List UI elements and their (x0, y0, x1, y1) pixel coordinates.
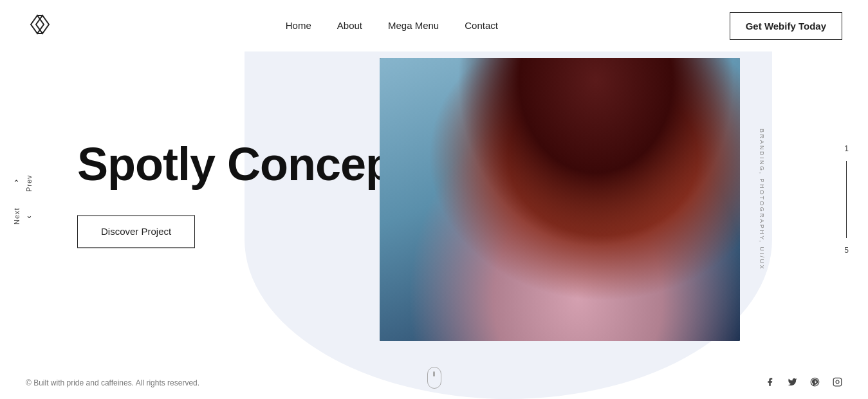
svg-marker-0 (31, 15, 44, 33)
current-slide-number: 1 (844, 144, 849, 153)
prev-label: Prev (25, 174, 33, 192)
prev-button[interactable]: ⌃ Prev (13, 167, 33, 200)
nav-item-mega-menu[interactable]: Mega Menu (388, 20, 439, 32)
nav-item-contact[interactable]: Contact (465, 20, 498, 32)
nav-cta-button[interactable]: Get Webify Today (730, 12, 842, 40)
project-categories-vertical: BRANDING, PHOTOGRAPHY, UI/UX (759, 129, 765, 270)
slide-indicators: 1 5 (844, 144, 849, 255)
svg-rect-4 (833, 378, 842, 386)
footer: © Built with pride and caffeines. All ri… (0, 367, 868, 399)
chevron-up-icon: ⌃ (13, 178, 20, 188)
project-image (380, 58, 740, 341)
nav-item-home[interactable]: Home (286, 20, 311, 32)
facebook-icon[interactable] (765, 377, 775, 389)
project-image-inner (380, 58, 740, 341)
twitter-icon[interactable] (788, 377, 797, 389)
next-label: Next (13, 207, 21, 225)
social-links (765, 377, 842, 389)
hero-content: Spotly Concept Discover Project (77, 140, 408, 248)
logo[interactable] (26, 13, 54, 39)
chevron-down-icon: ⌄ (26, 211, 33, 221)
pinterest-icon[interactable] (810, 377, 820, 389)
hero-title: Spotly Concept (77, 140, 408, 189)
nav-item-about[interactable]: About (337, 20, 362, 32)
discover-project-button[interactable]: Discover Project (77, 215, 195, 248)
side-navigation: ⌃ Prev Next ⌄ (13, 167, 33, 232)
instagram-icon[interactable] (833, 377, 842, 389)
svg-marker-1 (36, 15, 49, 33)
slide-line (846, 161, 847, 238)
total-slides-number: 5 (844, 246, 849, 255)
next-button[interactable]: Next ⌄ (13, 200, 33, 232)
person-overlay (380, 58, 740, 341)
navbar: Home About Mega Menu Contact Get Webify … (0, 0, 868, 51)
footer-copyright: © Built with pride and caffeines. All ri… (26, 378, 199, 387)
nav-links: Home About Mega Menu Contact (286, 20, 498, 32)
